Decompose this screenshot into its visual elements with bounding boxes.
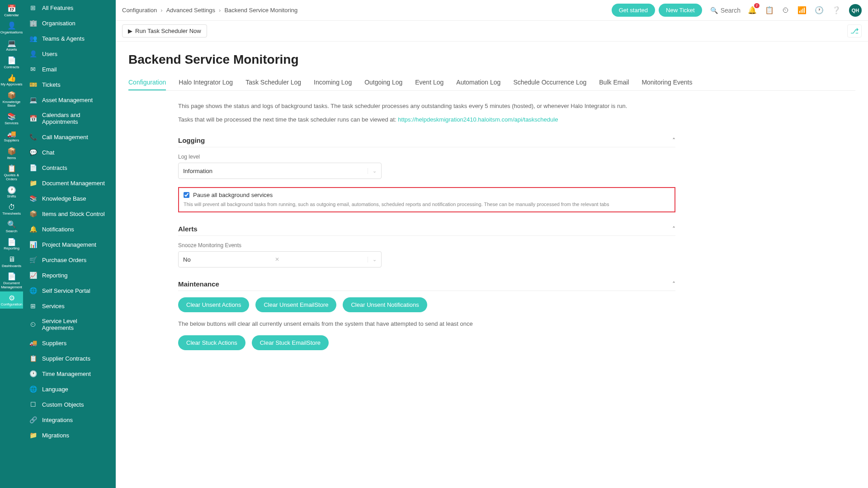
menu-label: Self Service Portal — [42, 287, 90, 294]
menu-sidebar-item[interactable]: 📞Call Management — [23, 129, 116, 145]
maintenance-button[interactable]: Clear Unsent Notifications — [343, 297, 427, 312]
icon-sidebar-item[interactable]: 🚚Suppliers — [0, 127, 23, 145]
play-icon: ▶ — [128, 28, 132, 34]
breadcrumb-item[interactable]: Backend Service Monitoring — [224, 7, 297, 14]
sidebar-icon: 📄 — [7, 56, 16, 65]
menu-icon: ⊞ — [29, 4, 37, 11]
menu-sidebar-item[interactable]: 💻Asset Management — [23, 92, 116, 108]
sidebar-icon: 🚚 — [7, 130, 16, 138]
icon-sidebar-item[interactable]: 📄Document Management — [0, 270, 23, 291]
sidebar-icon: 📦 — [7, 147, 16, 155]
menu-sidebar-item[interactable]: ⊞Services — [23, 298, 116, 314]
log-level-select[interactable]: Information ⌄ — [178, 163, 382, 179]
chevron-up-icon[interactable]: ˄ — [672, 281, 675, 288]
pause-services-checkbox[interactable] — [184, 192, 189, 198]
menu-sidebar-item[interactable]: 📋Supplier Contracts — [23, 351, 116, 366]
clock-icon[interactable]: 🕐 — [815, 6, 824, 14]
menu-sidebar-item[interactable]: 📚Knowledge Base — [23, 191, 116, 206]
icon-sidebar-item[interactable]: 🕐Shifts — [0, 183, 23, 201]
maintenance-button[interactable]: Clear Unsent EmailStore — [255, 297, 336, 312]
tab[interactable]: Incoming Log — [314, 75, 352, 90]
menu-icon: 📁 — [29, 432, 37, 439]
icon-sidebar-item[interactable]: ⚙Configuration — [0, 291, 23, 309]
menu-sidebar-item[interactable]: 🕐Time Management — [23, 366, 116, 381]
tab[interactable]: Configuration — [128, 75, 166, 90]
menu-sidebar-item[interactable]: 📁Document Management — [23, 175, 116, 191]
menu-sidebar-item[interactable]: ⊞All Features — [23, 0, 116, 15]
sidebar-icon: 📄 — [7, 272, 16, 281]
tab[interactable]: Automation Log — [456, 75, 500, 90]
maintenance-title: Maintenance — [178, 280, 219, 288]
icon-sidebar-item[interactable]: 👍My Approvals — [0, 71, 23, 89]
menu-icon: ✉ — [29, 66, 37, 73]
search-box[interactable]: 🔍 Search — [710, 7, 741, 14]
menu-sidebar-item[interactable]: 🔗Integrations — [23, 412, 116, 427]
menu-icon: 📋 — [29, 355, 37, 362]
tab[interactable]: Schedule Occurrence Log — [513, 75, 586, 90]
icon-sidebar-item[interactable]: 🖥Dashboards — [0, 253, 23, 270]
icon-sidebar-item[interactable]: 🔍Search — [0, 218, 23, 235]
clipboard-icon[interactable]: 📋 — [765, 6, 774, 14]
menu-sidebar-item[interactable]: 🎫Tickets — [23, 77, 116, 92]
new-ticket-button[interactable]: New Ticket — [659, 4, 702, 17]
sidebar-label: Configuration — [1, 303, 23, 307]
maintenance-button[interactable]: Clear Stuck Actions — [178, 335, 245, 350]
menu-label: Purchase Orders — [42, 257, 86, 263]
log-level-label: Log level — [178, 154, 675, 160]
icon-sidebar-item[interactable]: 📦Knowledge Base — [0, 89, 23, 110]
tree-view-icon[interactable]: ⎇ — [847, 24, 862, 38]
task-schedule-link[interactable]: https://helpdeskmigration2410.haloitsm.c… — [398, 116, 558, 123]
menu-sidebar-item[interactable]: 🛒Purchase Orders — [23, 252, 116, 267]
bell-icon[interactable]: 🔔7 — [748, 6, 757, 14]
maintenance-button[interactable]: Clear Stuck EmailStore — [252, 335, 329, 350]
menu-sidebar-item[interactable]: ⏲Service Level Agreements — [23, 314, 116, 335]
tab[interactable]: Outgoing Log — [364, 75, 402, 90]
icon-sidebar-item[interactable]: 📚Services — [0, 110, 23, 127]
breadcrumb-item[interactable]: Configuration — [122, 7, 157, 14]
gauge-icon[interactable]: ⏲ — [782, 6, 789, 14]
chevron-up-icon[interactable]: ˄ — [672, 137, 675, 144]
chevron-up-icon[interactable]: ˄ — [672, 225, 675, 233]
topbar: Configuration › Advanced Settings › Back… — [116, 0, 868, 21]
icon-sidebar-item[interactable]: 💻Assets — [0, 37, 23, 54]
menu-sidebar-item[interactable]: 📁Migrations — [23, 427, 116, 443]
menu-sidebar-item[interactable]: 👥Teams & Agents — [23, 31, 116, 46]
menu-sidebar-item[interactable]: ✉Email — [23, 61, 116, 77]
tab[interactable]: Bulk Email — [599, 75, 629, 90]
help-icon[interactable]: ❔ — [832, 6, 841, 14]
menu-sidebar-item[interactable]: 📅Calendars and Appointments — [23, 108, 116, 129]
tab[interactable]: Event Log — [415, 75, 443, 90]
icon-sidebar-item[interactable]: 📄Reporting — [0, 235, 23, 253]
icon-sidebar-item[interactable]: 📦Items — [0, 145, 23, 162]
snooze-select[interactable]: No ✕ ⌄ — [178, 251, 382, 267]
menu-sidebar-item[interactable]: 🚚Suppliers — [23, 335, 116, 351]
icon-sidebar-item[interactable]: 👤Organisations — [0, 19, 23, 36]
icon-sidebar-item[interactable]: 📅Calendar — [0, 2, 23, 19]
tab[interactable]: Monitoring Events — [642, 75, 692, 90]
menu-sidebar-item[interactable]: ☐Custom Objects — [23, 397, 116, 412]
menu-sidebar-item[interactable]: 🌐Language — [23, 381, 116, 397]
run-task-scheduler-button[interactable]: ▶ Run Task Scheduler Now — [122, 24, 207, 38]
menu-sidebar-item[interactable]: 📊Project Management — [23, 237, 116, 252]
tab[interactable]: Task Scheduler Log — [245, 75, 301, 90]
avatar[interactable]: QH — [849, 4, 862, 17]
icon-sidebar-item[interactable]: 📋Quotes & Orders — [0, 162, 23, 183]
menu-sidebar-item[interactable]: 👤Users — [23, 46, 116, 61]
menu-sidebar-item[interactable]: 🏢Organisation — [23, 15, 116, 31]
pause-services-checkbox-row[interactable]: Pause all background services — [184, 192, 670, 198]
breadcrumb-item[interactable]: Advanced Settings — [166, 7, 215, 14]
sidebar-icon: 📚 — [7, 113, 16, 121]
icon-sidebar-item[interactable]: 📄Contracts — [0, 54, 23, 71]
maintenance-button[interactable]: Clear Unsent Actions — [178, 297, 249, 312]
get-started-button[interactable]: Get started — [612, 4, 655, 17]
menu-sidebar-item[interactable]: 📦Items and Stock Control — [23, 206, 116, 221]
menu-sidebar-item[interactable]: 📈Reporting — [23, 267, 116, 283]
menu-sidebar-item[interactable]: 📄Contracts — [23, 160, 116, 175]
tab[interactable]: Halo Integrator Log — [179, 75, 233, 90]
menu-sidebar-item[interactable]: 💬Chat — [23, 145, 116, 160]
menu-sidebar-item[interactable]: 🌐Self Service Portal — [23, 283, 116, 298]
menu-sidebar-item[interactable]: 🔔Notifications — [23, 221, 116, 237]
rss-icon[interactable]: 📶 — [797, 6, 807, 14]
icon-sidebar-item[interactable]: ⏱Timesheets — [0, 201, 23, 218]
clear-icon[interactable]: ✕ — [275, 256, 283, 263]
